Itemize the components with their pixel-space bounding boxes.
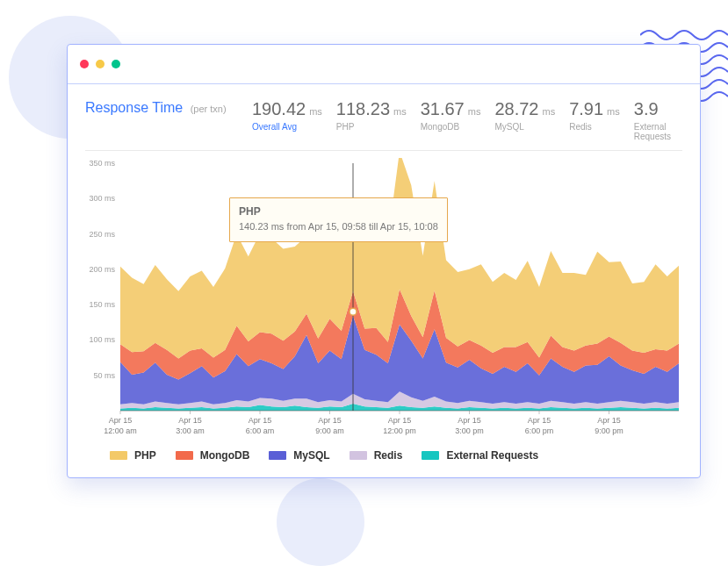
svg-text:Apr 15: Apr 15 <box>388 416 412 425</box>
svg-text:Apr 15: Apr 15 <box>597 416 621 425</box>
stat-unit: ms <box>393 106 407 117</box>
app-window: Response Time (per txn) 190.42ms Overall… <box>67 44 701 478</box>
svg-text:9:00 pm: 9:00 pm <box>595 426 623 435</box>
svg-text:12:00 am: 12:00 am <box>104 426 137 435</box>
stat-value: 3.9 <box>634 99 659 118</box>
panel-content: Response Time (per txn) 190.42ms Overall… <box>68 84 700 477</box>
panel-title: Response Time (per txn) <box>85 100 252 116</box>
chart-tooltip: PHP 140.23 ms from Apr 15, 09:58 till Ap… <box>229 197 448 242</box>
legend-item-redis[interactable]: Redis <box>350 449 403 462</box>
legend-swatch <box>176 451 193 460</box>
svg-text:Apr 15: Apr 15 <box>318 416 342 425</box>
stat-label: MySQL <box>494 122 523 132</box>
window-titlebar <box>68 45 700 84</box>
stat-php: 118.23ms PHP <box>336 100 407 132</box>
legend-label: MySQL <box>293 449 329 462</box>
stat-redis: 7.91ms Redis <box>569 100 620 132</box>
close-icon[interactable] <box>80 60 89 68</box>
svg-text:6:00 am: 6:00 am <box>246 426 275 435</box>
stat-label: PHP <box>336 122 355 132</box>
minimize-icon[interactable] <box>96 60 105 68</box>
svg-text:100 ms: 100 ms <box>89 335 115 344</box>
legend-label: External Requests <box>446 449 538 462</box>
stat-value: 28.72 <box>494 99 538 118</box>
stat-label: Overall Avg <box>252 122 297 132</box>
legend-item-php[interactable]: PHP <box>110 449 156 462</box>
legend-swatch <box>269 451 286 460</box>
svg-text:200 ms: 200 ms <box>89 265 115 274</box>
stat-mongodb: 31.67ms MongoDB <box>421 100 481 132</box>
legend-swatch <box>422 451 439 460</box>
panel-title-main: Response Time <box>85 100 183 115</box>
svg-text:350 ms: 350 ms <box>89 159 115 168</box>
svg-text:12:00 pm: 12:00 pm <box>383 426 416 435</box>
svg-text:3:00 am: 3:00 am <box>176 426 205 435</box>
svg-text:Apr 15: Apr 15 <box>178 416 202 425</box>
stat-mysql: 28.72ms MySQL <box>494 100 555 132</box>
svg-text:300 ms: 300 ms <box>89 194 115 203</box>
maximize-icon[interactable] <box>112 60 120 68</box>
stat-unit: ms <box>542 106 555 117</box>
stat-unit: ms <box>607 106 620 117</box>
svg-text:Apr 15: Apr 15 <box>249 416 272 425</box>
svg-text:Apr 15: Apr 15 <box>109 416 133 425</box>
tooltip-body: 140.23 ms from Apr 15, 09:58 till Apr 15… <box>239 219 438 234</box>
legend-swatch <box>350 451 367 460</box>
stat-label: External Requests <box>634 122 682 141</box>
stat-unit: ms <box>309 106 322 117</box>
stat-label: MongoDB <box>421 122 459 132</box>
chart-legend: PHP MongoDB MySQL Redis External Request… <box>85 439 682 462</box>
svg-text:50 ms: 50 ms <box>93 371 115 380</box>
svg-text:9:00 am: 9:00 am <box>315 426 344 435</box>
legend-label: Redis <box>374 449 403 462</box>
legend-label: MongoDB <box>200 449 250 462</box>
stat-unit: ms <box>468 106 481 117</box>
svg-text:3:00 pm: 3:00 pm <box>455 426 484 435</box>
decor-circle-bottom <box>277 478 364 566</box>
stat-value: 190.42 <box>252 99 306 118</box>
legend-item-external[interactable]: External Requests <box>422 449 538 462</box>
stat-value: 31.67 <box>421 99 465 118</box>
stat-external: 3.9 External Requests <box>634 100 682 141</box>
tooltip-title: PHP <box>239 204 438 219</box>
response-time-chart[interactable]: 50 ms100 ms150 ms200 ms250 ms300 ms350 m… <box>85 158 682 439</box>
stat-label: Redis <box>569 122 592 132</box>
legend-label: PHP <box>134 449 156 462</box>
svg-text:250 ms: 250 ms <box>89 230 115 239</box>
legend-item-mysql[interactable]: MySQL <box>269 449 329 462</box>
stat-overall-avg: 190.42ms Overall Avg <box>252 100 322 132</box>
legend-swatch <box>110 451 127 460</box>
stat-value: 7.91 <box>569 99 603 118</box>
svg-text:Apr 15: Apr 15 <box>528 416 551 425</box>
svg-text:Apr 15: Apr 15 <box>458 416 481 425</box>
metrics-header: Response Time (per txn) 190.42ms Overall… <box>85 100 682 151</box>
stat-value: 118.23 <box>336 99 390 118</box>
svg-text:150 ms: 150 ms <box>89 300 115 309</box>
svg-text:6:00 pm: 6:00 pm <box>525 426 554 435</box>
panel-title-sub: (per txn) <box>191 104 227 114</box>
legend-item-mongodb[interactable]: MongoDB <box>176 449 250 462</box>
svg-point-33 <box>350 308 357 315</box>
